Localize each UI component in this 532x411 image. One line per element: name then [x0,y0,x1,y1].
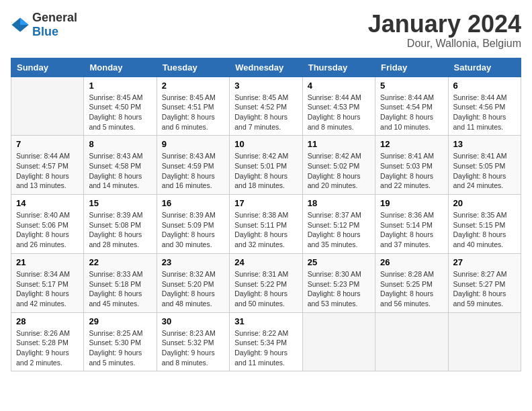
calendar-cell: 3Sunrise: 8:45 AM Sunset: 4:52 PM Daylig… [230,77,302,136]
day-info: Sunrise: 8:43 AM Sunset: 4:58 PM Dayligh… [89,151,151,191]
calendar-week-1: 1Sunrise: 8:45 AM Sunset: 4:50 PM Daylig… [11,77,521,136]
calendar-body: 1Sunrise: 8:45 AM Sunset: 4:50 PM Daylig… [11,77,521,371]
day-number: 18 [308,198,370,208]
header-row: SundayMondayTuesdayWednesdayThursdayFrid… [11,58,521,77]
calendar-cell: 27Sunrise: 8:27 AM Sunset: 5:27 PM Dayli… [448,253,521,312]
header-day-sunday: Sunday [11,58,84,77]
day-info: Sunrise: 8:42 AM Sunset: 5:02 PM Dayligh… [308,151,370,191]
calendar-cell: 24Sunrise: 8:31 AM Sunset: 5:22 PM Dayli… [230,253,302,312]
title-area: January 2024 Dour, Wallonia, Belgium [368,11,521,50]
day-info: Sunrise: 8:36 AM Sunset: 5:14 PM Dayligh… [380,210,443,250]
calendar-cell: 10Sunrise: 8:42 AM Sunset: 5:01 PM Dayli… [230,136,302,195]
day-info: Sunrise: 8:39 AM Sunset: 5:08 PM Dayligh… [89,210,151,250]
day-number: 14 [16,198,79,208]
day-info: Sunrise: 8:26 AM Sunset: 5:28 PM Dayligh… [16,328,79,368]
day-number: 13 [453,139,516,149]
day-number: 17 [234,198,297,208]
day-info: Sunrise: 8:44 AM Sunset: 4:53 PM Dayligh… [308,93,370,132]
page-header: General Blue January 2024 Dour, Wallonia… [11,11,521,50]
calendar-cell: 29Sunrise: 8:25 AM Sunset: 5:30 PM Dayli… [84,312,157,371]
day-info: Sunrise: 8:27 AM Sunset: 5:27 PM Dayligh… [453,269,516,309]
logo: General Blue [11,11,77,39]
day-number: 30 [162,316,224,326]
day-number: 16 [162,198,224,208]
header-day-friday: Friday [375,58,448,77]
day-info: Sunrise: 8:30 AM Sunset: 5:23 PM Dayligh… [308,269,370,309]
day-number: 7 [16,139,79,149]
calendar-cell: 25Sunrise: 8:30 AM Sunset: 5:23 PM Dayli… [302,253,375,312]
day-info: Sunrise: 8:22 AM Sunset: 5:34 PM Dayligh… [234,328,297,368]
day-number: 10 [234,139,297,149]
calendar-week-3: 14Sunrise: 8:40 AM Sunset: 5:06 PM Dayli… [11,195,521,254]
header-day-tuesday: Tuesday [157,58,229,77]
calendar-cell [375,312,448,371]
day-info: Sunrise: 8:28 AM Sunset: 5:25 PM Dayligh… [380,269,443,309]
day-number: 2 [162,81,224,91]
calendar-cell: 17Sunrise: 8:38 AM Sunset: 5:11 PM Dayli… [230,195,302,254]
calendar-cell: 11Sunrise: 8:42 AM Sunset: 5:02 PM Dayli… [302,136,375,195]
day-number: 19 [380,198,443,208]
day-number: 3 [234,81,297,91]
calendar-cell: 4Sunrise: 8:44 AM Sunset: 4:53 PM Daylig… [302,77,375,136]
day-info: Sunrise: 8:39 AM Sunset: 5:09 PM Dayligh… [162,210,224,250]
day-number: 22 [89,257,151,267]
calendar-cell: 5Sunrise: 8:44 AM Sunset: 4:54 PM Daylig… [375,77,448,136]
day-info: Sunrise: 8:43 AM Sunset: 4:59 PM Dayligh… [162,151,224,191]
calendar-cell: 2Sunrise: 8:45 AM Sunset: 4:51 PM Daylig… [157,77,229,136]
calendar-cell [448,312,521,371]
day-number: 20 [453,198,516,208]
day-info: Sunrise: 8:33 AM Sunset: 5:18 PM Dayligh… [89,269,151,309]
calendar-cell: 16Sunrise: 8:39 AM Sunset: 5:09 PM Dayli… [157,195,229,254]
header-day-thursday: Thursday [302,58,375,77]
calendar-cell: 6Sunrise: 8:44 AM Sunset: 4:56 PM Daylig… [448,77,521,136]
month-title: January 2024 [368,11,521,38]
day-number: 29 [89,316,151,326]
day-info: Sunrise: 8:44 AM Sunset: 4:57 PM Dayligh… [16,151,79,191]
day-info: Sunrise: 8:41 AM Sunset: 5:03 PM Dayligh… [380,151,443,191]
day-number: 11 [308,139,370,149]
day-info: Sunrise: 8:34 AM Sunset: 5:17 PM Dayligh… [16,269,79,309]
calendar-cell: 15Sunrise: 8:39 AM Sunset: 5:08 PM Dayli… [84,195,157,254]
location-title: Dour, Wallonia, Belgium [368,38,521,50]
calendar-cell: 14Sunrise: 8:40 AM Sunset: 5:06 PM Dayli… [11,195,84,254]
calendar-cell: 30Sunrise: 8:23 AM Sunset: 5:32 PM Dayli… [157,312,229,371]
day-info: Sunrise: 8:45 AM Sunset: 4:50 PM Dayligh… [89,93,151,132]
calendar-cell [11,77,84,136]
day-info: Sunrise: 8:35 AM Sunset: 5:15 PM Dayligh… [453,210,516,250]
day-number: 26 [380,257,443,267]
calendar-cell: 1Sunrise: 8:45 AM Sunset: 4:50 PM Daylig… [84,77,157,136]
day-number: 24 [234,257,297,267]
day-number: 27 [453,257,516,267]
header-day-monday: Monday [84,58,157,77]
calendar-cell: 21Sunrise: 8:34 AM Sunset: 5:17 PM Dayli… [11,253,84,312]
day-number: 8 [89,139,151,149]
logo-text-general: General [32,11,77,24]
day-info: Sunrise: 8:25 AM Sunset: 5:30 PM Dayligh… [89,328,151,368]
day-info: Sunrise: 8:45 AM Sunset: 4:52 PM Dayligh… [234,93,297,132]
day-number: 31 [234,316,297,326]
calendar-cell: 12Sunrise: 8:41 AM Sunset: 5:03 PM Dayli… [375,136,448,195]
day-number: 9 [162,139,224,149]
svg-marker-1 [20,18,29,26]
calendar-header: SundayMondayTuesdayWednesdayThursdayFrid… [11,58,521,77]
day-number: 5 [380,81,443,91]
day-number: 23 [162,257,224,267]
day-info: Sunrise: 8:23 AM Sunset: 5:32 PM Dayligh… [162,328,224,368]
calendar-cell: 20Sunrise: 8:35 AM Sunset: 5:15 PM Dayli… [448,195,521,254]
calendar-week-2: 7Sunrise: 8:44 AM Sunset: 4:57 PM Daylig… [11,136,521,195]
calendar-week-4: 21Sunrise: 8:34 AM Sunset: 5:17 PM Dayli… [11,253,521,312]
calendar-table: SundayMondayTuesdayWednesdayThursdayFrid… [11,58,521,372]
header-day-saturday: Saturday [448,58,521,77]
day-info: Sunrise: 8:38 AM Sunset: 5:11 PM Dayligh… [234,210,297,250]
calendar-cell: 28Sunrise: 8:26 AM Sunset: 5:28 PM Dayli… [11,312,84,371]
day-info: Sunrise: 8:37 AM Sunset: 5:12 PM Dayligh… [308,210,370,250]
day-number: 12 [380,139,443,149]
day-info: Sunrise: 8:42 AM Sunset: 5:01 PM Dayligh… [234,151,297,191]
calendar-cell: 31Sunrise: 8:22 AM Sunset: 5:34 PM Dayli… [230,312,302,371]
day-number: 28 [16,316,79,326]
calendar-cell: 8Sunrise: 8:43 AM Sunset: 4:58 PM Daylig… [84,136,157,195]
day-info: Sunrise: 8:44 AM Sunset: 4:54 PM Dayligh… [380,93,443,132]
day-number: 1 [89,81,151,91]
day-info: Sunrise: 8:45 AM Sunset: 4:51 PM Dayligh… [162,93,224,132]
day-number: 6 [453,81,516,91]
